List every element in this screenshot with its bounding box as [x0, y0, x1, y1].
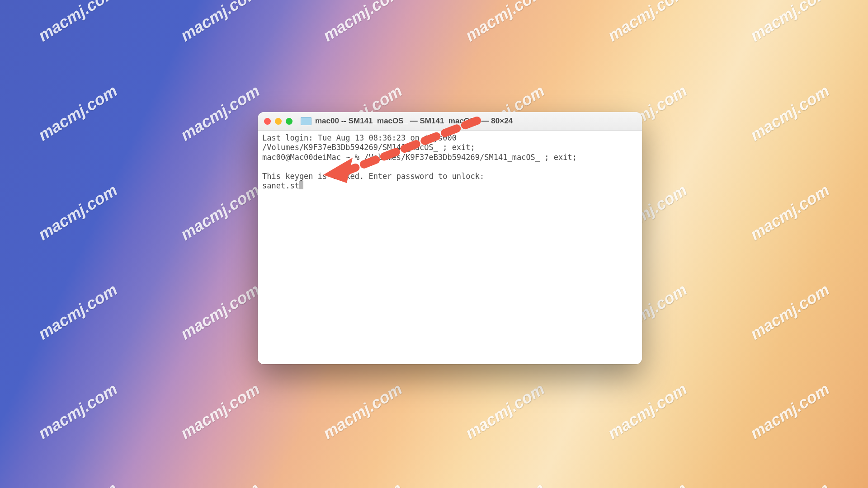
watermark-text: macmj.com [747, 0, 833, 45]
watermark-text: macmj.com [747, 280, 833, 344]
watermark-text: macmj.com [604, 0, 690, 45]
watermark-text: macmj.com [35, 380, 121, 443]
watermark-text: macmj.com [177, 181, 263, 244]
watermark-text: macmj.com [462, 0, 548, 45]
terminal-window[interactable]: mac00 -- SM141_macOS_ — SM141_macOS_ — 8… [258, 112, 642, 364]
folder-icon [301, 117, 311, 125]
watermark-text: macmj.com [35, 181, 121, 244]
watermark-text: macmj.com [177, 479, 263, 488]
watermark-text: macmj.com [462, 479, 548, 488]
watermark-text: macmj.com [35, 479, 121, 488]
watermark-text: macmj.com [604, 479, 690, 488]
traffic-lights [264, 118, 292, 125]
zoom-button[interactable] [286, 118, 292, 125]
terminal-cursor [299, 181, 303, 189]
terminal-line: Last login: Tue Aug 13 08:36:23 on ttys0… [262, 133, 457, 142]
terminal-body[interactable]: Last login: Tue Aug 13 08:36:23 on ttys0… [258, 131, 642, 364]
terminal-line: mac00@Mac00deiMac ~ % /Volumes/K9F37eB3D… [262, 153, 577, 162]
watermark-text: macmj.com [320, 380, 406, 443]
watermark-text: macmj.com [35, 0, 121, 45]
titlebar[interactable]: mac00 -- SM141_macOS_ — SM141_macOS_ — 8… [258, 112, 642, 131]
watermark-text: macmj.com [177, 0, 263, 45]
close-button[interactable] [264, 118, 271, 125]
window-title: mac00 -- SM141_macOS_ — SM141_macOS_ — 8… [315, 117, 513, 126]
watermark-text: macmj.com [747, 181, 833, 244]
watermark-text: macmj.com [462, 380, 548, 443]
watermark-text: macmj.com [320, 0, 406, 45]
terminal-line: This keygen is locked. Enter password to… [262, 172, 484, 181]
watermark-text: macmj.com [747, 479, 833, 488]
watermark-text: macmj.com [604, 380, 690, 443]
terminal-line: sanet.st [262, 181, 299, 190]
watermark-text: macmj.com [35, 280, 121, 344]
watermark-text: macmj.com [177, 81, 263, 145]
watermark-text: macmj.com [35, 81, 121, 145]
watermark-text: macmj.com [747, 81, 833, 145]
terminal-line: /Volumes/K9F37eB3Db594269/SM141_macOS_ ;… [262, 143, 475, 152]
watermark-text: macmj.com [747, 380, 833, 443]
watermark-text: macmj.com [177, 380, 263, 443]
minimize-button[interactable] [275, 118, 282, 125]
watermark-text: macmj.com [320, 479, 406, 488]
watermark-text: macmj.com [177, 280, 263, 344]
desktop-background: macmj.com macmj.com macmj.com macmj.com … [0, 0, 868, 488]
